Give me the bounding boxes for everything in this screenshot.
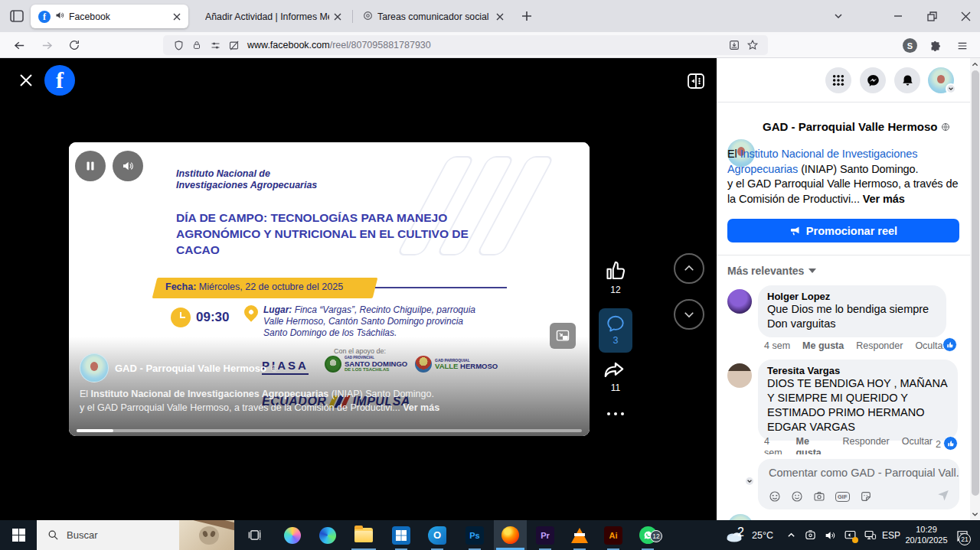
start-button[interactable]	[0, 520, 37, 550]
save-to-library-icon[interactable]	[725, 36, 743, 54]
window-minimize-button[interactable]	[885, 0, 911, 32]
see-more-link[interactable]: Ver más	[403, 402, 439, 413]
commenter-avatar[interactable]	[727, 289, 752, 314]
tab-list-chevron-icon[interactable]	[825, 0, 851, 32]
send-comment-icon[interactable]	[936, 488, 950, 502]
comment-reply-link[interactable]: Responder	[856, 340, 903, 351]
see-more-link[interactable]: Ver más	[863, 193, 905, 205]
overlay-page-name[interactable]: GAD - Parroquial Valle Hermoso	[115, 363, 279, 374]
more-options-button[interactable]	[607, 412, 624, 415]
outlook-icon[interactable]: O	[420, 520, 454, 550]
comment-reply-link[interactable]: Responder	[843, 436, 890, 454]
firefox-view-icon[interactable]	[8, 7, 26, 28]
network-display-icon[interactable]	[861, 520, 879, 550]
search-highlight-sloth-image[interactable]	[179, 520, 234, 550]
file-explorer-icon[interactable]	[347, 520, 381, 550]
commenter-avatar[interactable]	[727, 363, 752, 388]
share-button[interactable]	[603, 358, 626, 384]
picture-in-picture-button[interactable]	[550, 323, 576, 349]
scroll-down-icon[interactable]	[972, 511, 978, 518]
language-indicator[interactable]: ESP	[878, 520, 904, 550]
blocked-content-icon[interactable]	[224, 36, 243, 54]
firefox-icon[interactable]	[493, 520, 527, 550]
taskbar-search[interactable]: Buscar	[37, 520, 234, 550]
comment-hide-link[interactable]: Ocultar	[902, 436, 933, 454]
comment-bubble[interactable]: Teresita Vargas DIOS TE BENDIGA HOY , MA…	[758, 360, 958, 441]
facebook-logo[interactable]: f	[44, 65, 75, 96]
forward-icon[interactable]	[37, 36, 57, 54]
comment-time[interactable]: 4 sem	[764, 436, 783, 454]
notifications-bell-button[interactable]	[894, 67, 920, 93]
mute-button[interactable]	[113, 151, 143, 181]
avatar-sticker-icon[interactable]	[769, 490, 781, 503]
gif-icon[interactable]: GIF	[835, 492, 850, 502]
new-tab-button[interactable]	[519, 8, 534, 27]
window-close-button[interactable]	[952, 0, 978, 32]
url-bar[interactable]: www.facebook.com/reel/807095881787930	[163, 35, 768, 55]
vlc-icon[interactable]	[563, 520, 596, 550]
comment-author[interactable]: Teresita Vargas	[767, 365, 949, 376]
window-restore-button[interactable]	[919, 0, 945, 32]
sticker-icon[interactable]	[860, 490, 872, 503]
meet-now-icon[interactable]	[801, 520, 819, 550]
menu-hamburger-icon[interactable]	[952, 37, 972, 55]
screen-share-icon[interactable]	[841, 520, 859, 550]
photoshop-icon[interactable]: Ps	[458, 520, 492, 550]
next-reel-button[interactable]	[674, 299, 704, 330]
extension-s-icon[interactable]: S	[903, 38, 917, 53]
reel-video[interactable]: Instituto Nacional de Investigaciones Ag…	[69, 142, 590, 436]
pause-button[interactable]	[75, 151, 106, 181]
permissions-icon[interactable]	[206, 36, 224, 54]
bookmark-star-icon[interactable]	[743, 36, 762, 54]
previous-reel-button[interactable]	[674, 253, 704, 284]
tray-chevron-up-icon[interactable]	[782, 520, 799, 550]
back-icon[interactable]	[9, 36, 29, 54]
scroll-up-icon[interactable]	[972, 61, 978, 68]
tracking-shield-icon[interactable]	[169, 36, 188, 54]
comment-like-link[interactable]: Me gusta	[795, 436, 830, 454]
apps-menu-button[interactable]	[825, 67, 851, 93]
messenger-button[interactable]	[860, 67, 886, 93]
promote-reel-button[interactable]: Promocionar reel	[727, 219, 959, 242]
clock[interactable]: 10:29 20/10/2025	[902, 525, 951, 545]
comment-button[interactable]: 3	[599, 308, 632, 353]
close-reel-icon[interactable]	[18, 73, 34, 91]
illustrator-icon[interactable]: Ai	[596, 520, 630, 550]
tab-audio-icon[interactable]	[55, 11, 64, 22]
reload-icon[interactable]	[64, 36, 84, 54]
video-progress-bar[interactable]	[77, 429, 582, 432]
composer-avatar-chevron-icon[interactable]	[744, 476, 755, 487]
collapse-sidebar-icon[interactable]	[686, 71, 706, 94]
microsoft-store-icon[interactable]	[384, 520, 418, 550]
comments-sort-dropdown[interactable]: Más relevantes	[727, 265, 816, 277]
comment-bubble[interactable]: Holger Lopez Que Dios me lo bendiga siem…	[758, 285, 946, 337]
extensions-puzzle-icon[interactable]	[925, 37, 945, 55]
temperature[interactable]: 25°C	[747, 520, 778, 550]
copilot-icon[interactable]	[276, 520, 309, 550]
like-reaction-badge[interactable]	[942, 337, 957, 352]
task-view-button[interactable]	[239, 520, 270, 550]
tab-close-icon[interactable]	[168, 8, 185, 25]
camera-icon[interactable]	[813, 490, 825, 503]
comment-author[interactable]: Holger Lopez	[767, 291, 937, 302]
comment-input[interactable]: Comentar como GAD - Parroquial Vall... G…	[758, 459, 959, 509]
like-button[interactable]	[604, 259, 627, 285]
tab-tareas[interactable]: Tareas comunicador social GAD	[357, 5, 511, 28]
scrollbar-thumb[interactable]	[972, 70, 979, 496]
profile-chevron-icon[interactable]	[946, 83, 956, 94]
comment-time[interactable]: 4 sem	[764, 340, 790, 351]
comment-like-link[interactable]: Me gusta	[802, 340, 844, 351]
premiere-icon[interactable]: Pr	[528, 520, 562, 550]
overlay-page-avatar[interactable]	[80, 353, 109, 382]
tab-facebook[interactable]: f Facebook	[31, 5, 188, 28]
tab-informes[interactable]: Añadir Actividad | Informes Mensua	[198, 5, 349, 28]
page-name[interactable]: GAD - Parroquial Valle Hermoso	[763, 120, 950, 133]
edge-icon[interactable]	[311, 520, 345, 550]
tab-close-icon[interactable]	[329, 8, 346, 25]
emoji-icon[interactable]	[791, 490, 803, 503]
overlay-description[interactable]: El Instituto Nacional de Investigaciones…	[80, 387, 577, 415]
volume-icon[interactable]	[821, 520, 839, 550]
comment-hide-link[interactable]: Ocultar	[915, 340, 946, 351]
tab-close-icon[interactable]	[492, 8, 508, 25]
url-text[interactable]: www.facebook.com/reel/807095881787930	[247, 40, 725, 50]
